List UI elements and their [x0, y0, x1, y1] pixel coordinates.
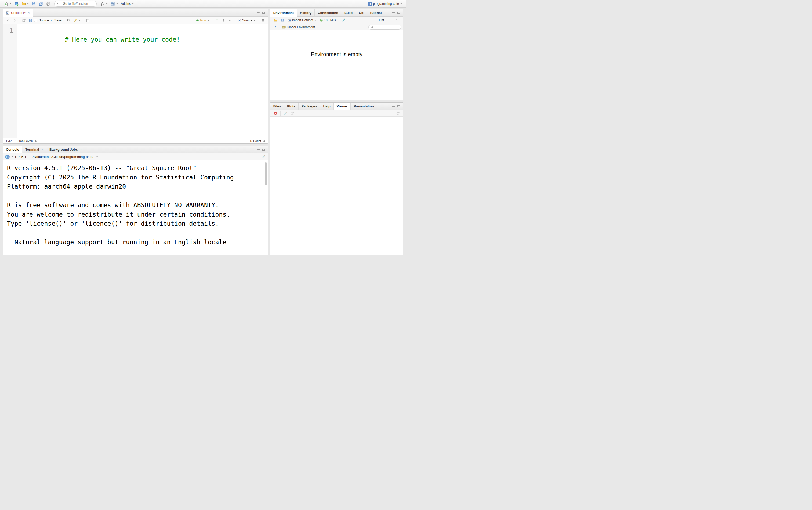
maximize-icon[interactable]: [397, 12, 400, 14]
import-dataset-button[interactable]: Import Dataset: [286, 18, 318, 23]
tab-help[interactable]: Help: [320, 103, 333, 110]
tab-terminal[interactable]: Terminal ×: [22, 146, 47, 153]
tab-untitled1[interactable]: Untitled1* ×: [3, 9, 33, 17]
environment-search-box: [368, 25, 401, 30]
addins-label: Addins: [121, 2, 131, 6]
tab-console[interactable]: Console: [3, 146, 22, 153]
popout-button[interactable]: [21, 18, 27, 23]
file-type-selector[interactable]: R Script: [250, 139, 265, 142]
minimize-icon[interactable]: [257, 149, 260, 150]
document-outline-button[interactable]: [260, 18, 266, 23]
close-icon[interactable]: ×: [41, 147, 43, 151]
source-status-bar: 1:32 (Top Level) R Script: [3, 138, 268, 143]
chevron-down-icon: [208, 20, 209, 21]
viewer-content: [270, 117, 403, 255]
code-editor[interactable]: 1 # Here you can write your code!: [3, 24, 268, 138]
new-file-icon: [4, 2, 8, 6]
print-button[interactable]: [45, 1, 52, 6]
tab-tutorial[interactable]: Tutorial: [367, 9, 385, 17]
packages-tab-label: Packages: [302, 105, 317, 108]
minimize-icon[interactable]: [392, 12, 395, 13]
list-view-button[interactable]: List: [373, 18, 388, 23]
back-button[interactable]: [5, 18, 11, 23]
chevron-down-icon: [385, 20, 387, 21]
tab-background-jobs[interactable]: Background Jobs ×: [47, 146, 85, 153]
refresh-icon: [393, 18, 397, 22]
refresh-environment-button[interactable]: [392, 18, 401, 23]
panes-layout-button[interactable]: [109, 1, 119, 6]
run-button[interactable]: Run: [194, 18, 211, 23]
maximize-icon[interactable]: [262, 149, 265, 151]
source-button[interactable]: Source: [236, 18, 257, 23]
environment-scope-button[interactable]: Global Environment: [280, 25, 319, 30]
clear-viewer-button[interactable]: [282, 111, 289, 116]
source-on-save-checkbox[interactable]: [34, 19, 37, 22]
import-dataset-label: Import Dataset: [292, 18, 313, 22]
tab-connections[interactable]: Connections: [315, 9, 341, 17]
open-directory-icon[interactable]: [95, 155, 99, 159]
compile-report-button[interactable]: [85, 18, 91, 23]
tab-history[interactable]: History: [297, 9, 315, 17]
tab-packages[interactable]: Packages: [299, 103, 320, 110]
maximize-icon[interactable]: [397, 105, 400, 108]
refresh-viewer-button[interactable]: [395, 111, 401, 116]
forward-button[interactable]: [11, 18, 18, 23]
code-tools-button[interactable]: [72, 18, 82, 23]
arrow-up-icon: [221, 19, 225, 22]
goto-file-input[interactable]: [62, 2, 94, 6]
next-chunk-button[interactable]: [227, 18, 233, 23]
open-file-button[interactable]: [20, 1, 30, 6]
clear-console-icon[interactable]: [262, 155, 266, 159]
console-scrollbar[interactable]: [265, 162, 267, 186]
run-label: Run: [200, 19, 206, 22]
addins-button[interactable]: Addins: [119, 1, 135, 6]
close-icon[interactable]: ×: [80, 147, 82, 151]
minimize-icon[interactable]: [392, 106, 395, 107]
save-document-button[interactable]: [27, 18, 34, 23]
console-pane: Console Terminal × Background Jobs ×: [3, 146, 268, 255]
forward-icon: [12, 19, 17, 22]
compile-report-icon: [86, 19, 90, 22]
new-file-button[interactable]: [3, 1, 12, 6]
line-number: 1: [9, 27, 13, 34]
console-output[interactable]: R version 4.5.1 (2025-06-13) -- "Great S…: [3, 160, 268, 247]
editor-code-area[interactable]: # Here you can write your code!: [17, 24, 268, 138]
maximize-icon[interactable]: [262, 12, 265, 14]
tab-git[interactable]: Git: [356, 9, 366, 17]
version-control-button[interactable]: [99, 1, 109, 6]
environment-search-input[interactable]: [374, 25, 399, 29]
console-body[interactable]: R version 4.5.1 (2025-06-13) -- "Great S…: [3, 160, 268, 255]
clear-environment-button[interactable]: [340, 18, 347, 23]
source-label: Source: [242, 19, 252, 22]
print-icon: [46, 2, 51, 6]
remove-viewer-item-button[interactable]: [272, 111, 279, 116]
chevron-down-icon[interactable]: [12, 156, 13, 157]
previous-chunk-button[interactable]: [220, 18, 227, 23]
memory-usage-button[interactable]: 180 MiB: [318, 18, 340, 23]
tab-viewer[interactable]: Viewer: [334, 103, 351, 110]
find-replace-button[interactable]: [65, 18, 72, 23]
global-environment-icon: [282, 25, 286, 29]
new-project-button[interactable]: R: [13, 1, 20, 6]
tab-build[interactable]: Build: [341, 9, 356, 17]
tab-presentation[interactable]: Presentation: [351, 103, 377, 110]
chevron-down-icon: [27, 3, 29, 4]
viewer-popout-button[interactable]: [289, 111, 296, 116]
close-icon[interactable]: ×: [28, 11, 30, 15]
panes-layout-icon: [111, 2, 115, 6]
minimize-icon[interactable]: [257, 12, 260, 13]
save-button[interactable]: [30, 1, 37, 6]
scope-selector[interactable]: (Top Level): [18, 139, 36, 142]
tab-environment[interactable]: Environment: [270, 9, 297, 17]
save-all-button[interactable]: [38, 1, 44, 6]
save-workspace-button[interactable]: [279, 18, 286, 23]
tutorial-tab-label: Tutorial: [370, 11, 382, 15]
tab-plots[interactable]: Plots: [284, 103, 299, 110]
language-selector-button[interactable]: R: [272, 25, 280, 30]
source-on-save-label: Source on Save: [39, 19, 61, 22]
load-workspace-button[interactable]: [272, 18, 279, 23]
rerun-button[interactable]: [213, 18, 220, 23]
tab-files[interactable]: Files: [270, 103, 284, 110]
project-menu-button[interactable]: R programming-cafe: [366, 1, 403, 6]
git-tab-label: Git: [359, 11, 363, 15]
